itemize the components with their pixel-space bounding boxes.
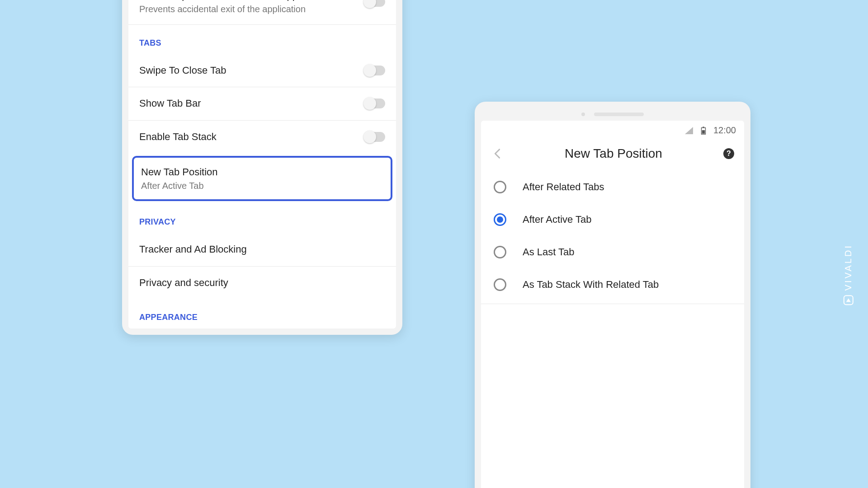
setting-title: Show Tab Bar: [139, 97, 201, 110]
setting-title: Double tap back button to close app: [139, 0, 364, 2]
setting-enable-tab-stack[interactable]: Enable Tab Stack: [128, 121, 396, 154]
setting-new-tab-position-highlight[interactable]: New Tab Position After Active Tab: [132, 156, 392, 201]
setting-title: Swipe To Close Tab: [139, 64, 226, 77]
radio-label: After Related Tabs: [523, 181, 604, 193]
radio-label: As Last Tab: [523, 246, 575, 258]
battery-icon: [699, 127, 708, 135]
back-button[interactable]: [491, 147, 504, 160]
settings-phone-frame: Double tap back button to close app Prev…: [122, 0, 402, 335]
setting-title: New Tab Position: [141, 166, 383, 179]
radio-list: After Related TabsAfter Active TabAs Las…: [481, 171, 744, 301]
divider: [481, 304, 744, 304]
status-time: 12:00: [713, 125, 736, 136]
toggle-swipe-close[interactable]: [364, 66, 385, 75]
section-header-appearance: APPEARANCE: [128, 299, 396, 328]
page-title: New Tab Position: [504, 146, 723, 161]
section-header-tabs: TABS: [128, 25, 396, 54]
vivaldi-brand: VIVALDI: [843, 244, 854, 305]
toggle-double-tap[interactable]: [364, 0, 385, 7]
setting-show-tab-bar[interactable]: Show Tab Bar: [128, 87, 396, 121]
radio-option[interactable]: After Related Tabs: [481, 171, 744, 203]
toggle-show-tab-bar[interactable]: [364, 99, 385, 108]
vivaldi-logo-icon: [843, 295, 853, 305]
status-bar: 12:00: [481, 121, 744, 138]
phone-speaker: [581, 113, 644, 116]
radio-icon[interactable]: [494, 278, 506, 291]
setting-swipe-close-tab[interactable]: Swipe To Close Tab: [128, 54, 396, 88]
settings-screen: Double tap back button to close app Prev…: [128, 0, 396, 328]
radio-option[interactable]: After Active Tab: [481, 203, 744, 236]
radio-label: After Active Tab: [523, 214, 591, 225]
svg-rect-2: [703, 127, 704, 127]
setting-tracker-ad-blocking[interactable]: Tracker and Ad Blocking: [128, 233, 396, 267]
setting-subtitle: Prevents accidental exit of the applicat…: [139, 4, 364, 14]
help-button[interactable]: ?: [723, 148, 734, 159]
detail-screen: 12:00 New Tab Position ? After Related T…: [481, 121, 744, 488]
radio-icon[interactable]: [494, 181, 506, 193]
signal-icon: [684, 127, 693, 135]
radio-option[interactable]: As Tab Stack With Related Tab: [481, 268, 744, 301]
radio-icon[interactable]: [494, 246, 506, 258]
brand-text: VIVALDI: [843, 244, 854, 291]
header-bar: New Tab Position ?: [481, 138, 744, 171]
radio-option[interactable]: As Last Tab: [481, 236, 744, 268]
setting-double-tap[interactable]: Double tap back button to close app Prev…: [128, 0, 396, 25]
setting-title: Tracker and Ad Blocking: [139, 243, 247, 256]
setting-title: Privacy and security: [139, 277, 228, 290]
setting-value: After Active Tab: [141, 181, 383, 191]
setting-privacy-security[interactable]: Privacy and security: [128, 267, 396, 300]
toggle-enable-tab-stack[interactable]: [364, 132, 385, 142]
radio-icon[interactable]: [494, 213, 506, 226]
setting-title: Enable Tab Stack: [139, 131, 217, 144]
svg-rect-1: [702, 130, 705, 134]
radio-label: As Tab Stack With Related Tab: [523, 279, 659, 291]
detail-phone-frame: 12:00 New Tab Position ? After Related T…: [475, 102, 750, 488]
section-header-privacy: PRIVACY: [128, 204, 396, 233]
